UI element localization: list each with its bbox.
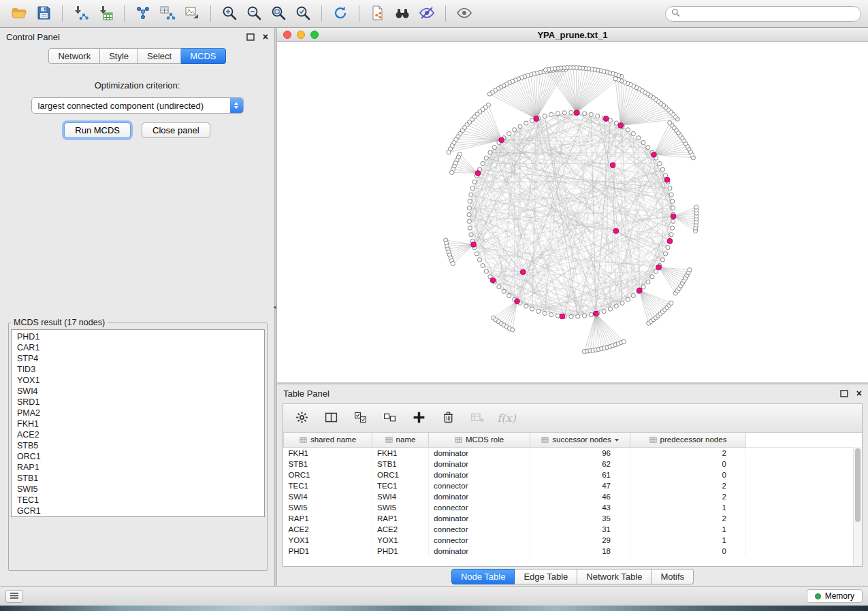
tab-mcds[interactable]: MCDS bbox=[181, 48, 225, 64]
tab-network[interactable]: Network bbox=[48, 48, 100, 64]
delete-table-button[interactable] bbox=[468, 409, 486, 428]
tab-node-table[interactable]: Node Table bbox=[451, 569, 515, 584]
tab-edge-table[interactable]: Edge Table bbox=[515, 569, 577, 584]
eye-slash-icon bbox=[419, 5, 435, 23]
window-minimize-button[interactable] bbox=[297, 31, 305, 39]
mcds-result-item[interactable]: RAP1 bbox=[12, 462, 264, 473]
node-table-frame: f(x) shared name name MCDS role successo… bbox=[283, 403, 863, 567]
close-panel-button[interactable]: Close panel bbox=[142, 122, 210, 138]
tab-network-table[interactable]: Network Table bbox=[577, 569, 652, 584]
memory-button[interactable]: Memory bbox=[807, 589, 863, 603]
mcds-result-item[interactable]: STP4 bbox=[12, 353, 264, 364]
mcds-result-item[interactable]: YOX1 bbox=[12, 375, 264, 386]
tab-style[interactable]: Style bbox=[100, 48, 138, 64]
float-panel-icon[interactable] bbox=[246, 33, 255, 41]
table-row[interactable]: FKH1FKH1dominator962 bbox=[284, 447, 854, 459]
mcds-result-item[interactable]: ORC1 bbox=[12, 451, 264, 462]
mcds-result-list[interactable]: PHD1CAR1STP4TID3YOX1SWI4SRD1PMA2FKH1ACE2… bbox=[11, 329, 265, 517]
column-header-name[interactable]: name bbox=[372, 433, 429, 447]
import-table-button[interactable] bbox=[93, 3, 118, 24]
scrollbar-thumb[interactable] bbox=[855, 448, 861, 522]
fx-icon: f(x) bbox=[497, 412, 515, 425]
mcds-result-legend: MCDS result (17 nodes) bbox=[11, 318, 108, 327]
add-column-button[interactable] bbox=[410, 409, 428, 428]
mcds-result-item[interactable]: STB1 bbox=[12, 473, 264, 484]
search-box[interactable] bbox=[665, 6, 861, 22]
mcds-result-item[interactable]: PMA2 bbox=[12, 408, 264, 418]
new-network-button[interactable] bbox=[131, 3, 155, 24]
open-folder-icon bbox=[11, 5, 27, 23]
show-all-button[interactable] bbox=[452, 3, 477, 24]
mcds-result-item[interactable]: SWI4 bbox=[12, 386, 264, 397]
export-network-button[interactable] bbox=[366, 3, 390, 24]
mcds-result-item[interactable]: TID3 bbox=[12, 364, 264, 375]
run-mcds-button[interactable]: Run MCDS bbox=[64, 122, 131, 138]
control-panel: Control Panel × Network Style Select MCD… bbox=[0, 28, 274, 586]
refresh-view-button[interactable] bbox=[328, 3, 353, 24]
zoom-fit-button[interactable] bbox=[266, 3, 291, 24]
search-input[interactable] bbox=[684, 9, 855, 18]
tab-select[interactable]: Select bbox=[138, 48, 181, 64]
table-row[interactable]: RAP1RAP1dominator352 bbox=[284, 513, 854, 524]
network-from-table-button[interactable] bbox=[155, 3, 180, 24]
delete-table-icon bbox=[470, 410, 485, 427]
column-header-mcds-role[interactable]: MCDS role bbox=[429, 433, 530, 447]
column-header-predecessor-nodes[interactable]: predecessor nodes bbox=[630, 433, 746, 447]
mcds-result-box: MCDS result (17 nodes) PHD1CAR1STP4TID3Y… bbox=[8, 318, 268, 571]
table-mode-button[interactable] bbox=[293, 409, 310, 428]
toolbar-separator bbox=[124, 5, 125, 22]
zoom-in-button[interactable] bbox=[217, 3, 242, 24]
column-header-blank bbox=[746, 433, 854, 447]
table-row[interactable]: YOX1YOX1connector291 bbox=[284, 535, 854, 546]
export-image-button[interactable] bbox=[180, 3, 204, 24]
table-row[interactable]: SWI5SWI5connector431 bbox=[284, 502, 854, 513]
float-table-panel-icon[interactable] bbox=[840, 390, 848, 397]
mcds-result-item[interactable]: SWI5 bbox=[12, 484, 264, 495]
table-row[interactable]: TEC1TEC1connector472 bbox=[284, 480, 854, 491]
tab-motifs[interactable]: Motifs bbox=[652, 569, 694, 584]
table-row[interactable]: PHD1PHD1dominator180 bbox=[284, 546, 854, 557]
optimization-criterion-select[interactable]: largest connected component (undirected) bbox=[31, 97, 244, 114]
table-row[interactable]: STB1STB1dominator620 bbox=[284, 459, 854, 469]
column-header-successor-nodes[interactable]: successor nodes bbox=[530, 433, 630, 447]
close-panel-icon[interactable]: × bbox=[263, 32, 268, 42]
import-table-icon bbox=[97, 5, 114, 23]
close-table-panel-icon[interactable]: × bbox=[856, 389, 862, 398]
table-row[interactable]: SWI4SWI4dominator462 bbox=[284, 491, 854, 502]
mcds-result-item[interactable]: CAR1 bbox=[12, 342, 264, 353]
network-view[interactable] bbox=[277, 42, 868, 382]
panel-splitter[interactable]: ◂ bbox=[274, 28, 277, 586]
import-network-button[interactable] bbox=[69, 3, 93, 24]
mcds-result-item[interactable]: TEC1 bbox=[12, 495, 264, 506]
mcds-result-item[interactable]: ACE2 bbox=[12, 429, 264, 440]
search-icon bbox=[671, 8, 680, 19]
save-session-button[interactable] bbox=[31, 3, 56, 24]
table-tabs: Node Table Edge Table Network Table Moti… bbox=[277, 567, 868, 586]
zoom-selected-button[interactable] bbox=[291, 3, 315, 24]
show-columns-button[interactable] bbox=[322, 409, 340, 428]
delete-column-button[interactable] bbox=[439, 409, 457, 428]
node-table: shared name name MCDS role successor nod… bbox=[283, 433, 862, 566]
deselect-all-icon bbox=[383, 410, 397, 427]
mcds-result-item[interactable]: GCR1 bbox=[12, 506, 264, 516]
mcds-result-item[interactable]: STB5 bbox=[12, 440, 264, 451]
select-all-button[interactable] bbox=[351, 409, 369, 428]
mcds-result-item[interactable]: FKH1 bbox=[12, 418, 264, 429]
zoom-out-button[interactable] bbox=[242, 3, 266, 24]
open-session-button[interactable] bbox=[7, 3, 31, 24]
column-header-shared-name[interactable]: shared name bbox=[284, 433, 372, 447]
task-history-button[interactable] bbox=[5, 590, 23, 603]
hide-selected-button[interactable] bbox=[415, 3, 439, 24]
table-scrollbar[interactable] bbox=[853, 447, 862, 566]
function-builder-button[interactable]: f(x) bbox=[498, 409, 515, 428]
table-panel: Table Panel × f(x) bbox=[277, 384, 868, 586]
table-row[interactable]: ACE2ACE2connector311 bbox=[284, 524, 854, 535]
table-row[interactable]: ORC1ORC1dominator610 bbox=[284, 469, 854, 480]
window-close-button[interactable] bbox=[283, 31, 291, 39]
mcds-result-item[interactable]: PHD1 bbox=[12, 331, 264, 342]
window-maximize-button[interactable] bbox=[310, 31, 319, 39]
deselect-all-button[interactable] bbox=[381, 409, 398, 428]
right-column: YPA_prune.txt_1 Table Panel × bbox=[277, 28, 868, 586]
mcds-result-item[interactable]: SRD1 bbox=[12, 397, 264, 408]
search-network-button[interactable] bbox=[390, 3, 415, 24]
